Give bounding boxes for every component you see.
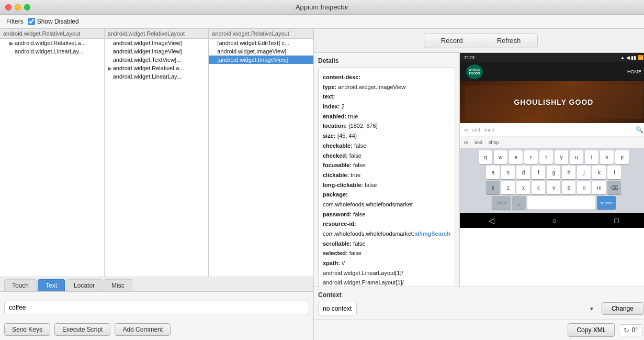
wf-search-input: or and shop <box>464 127 634 133</box>
key-l[interactable]: l <box>607 166 621 179</box>
tree-item[interactable]: android.widget.TextView]... <box>105 56 209 64</box>
nav-recent-icon[interactable]: □ <box>614 216 618 225</box>
keyboard-row-1: q w e r t y u i o p <box>461 150 644 164</box>
phone-screen: 7123 ▲ ◀ ▮▮ 📶 WHOLEFOODS HOME <box>460 53 644 287</box>
left-panel: android.widget.RelativeLayout ▶ android.… <box>0 29 314 340</box>
tree-item[interactable]: android.widget.LinearLay... <box>105 72 209 81</box>
tab-locator[interactable]: Locator <box>66 279 103 291</box>
record-button[interactable]: Record <box>424 33 480 48</box>
key-k[interactable]: k <box>592 166 606 179</box>
tree-item[interactable]: ▶ android.widget.RelativeLa... <box>105 64 209 72</box>
key-m[interactable]: m <box>592 181 606 194</box>
key-y[interactable]: y <box>555 150 568 164</box>
key-j[interactable]: j <box>577 166 591 179</box>
tree-item[interactable]: [android.widget.EditText] c... <box>209 39 313 47</box>
wf-hero: GHOULISHLY GOOD <box>460 81 644 123</box>
key-b[interactable]: b <box>562 181 575 194</box>
phone-preview: 7123 ▲ ◀ ▮▮ 📶 WHOLEFOODS HOME <box>459 53 644 287</box>
keyboard-area: q w e r t y u i o p <box>460 148 644 213</box>
window-title: Appium Inspector <box>296 3 348 11</box>
key-search[interactable]: search <box>597 196 616 210</box>
context-select[interactable]: no context <box>318 302 357 315</box>
tree-item[interactable]: android.widget.ImageView] <box>209 47 313 56</box>
show-disabled-checkbox[interactable] <box>28 18 35 25</box>
key-shift[interactable]: ⇧ <box>486 181 500 194</box>
nav-back-icon[interactable]: ◁ <box>489 216 494 225</box>
text-input[interactable] <box>4 301 309 314</box>
wf-search-icon: 🔍 <box>636 126 643 134</box>
key-z[interactable]: z <box>501 181 515 194</box>
tree-col-header-2: android.widget.RelativeLayout <box>105 29 209 39</box>
rotate-icon[interactable]: ↻ <box>624 326 629 334</box>
tree-item-selected[interactable]: [android.widget.ImageView] <box>209 56 313 64</box>
key-v[interactable]: v <box>547 181 560 194</box>
top-right-actions: Record Refresh <box>314 29 644 53</box>
tab-bar: Touch Text Locator Misc <box>0 277 313 292</box>
tree-item[interactable]: android.widget.LinearLay... <box>0 47 104 56</box>
filters-bar: Filters Show Disabled <box>0 15 644 29</box>
key-h[interactable]: h <box>562 166 575 179</box>
key-space[interactable] <box>527 196 595 210</box>
tree-column-3: android.widget.RelativeLayout [android.w… <box>209 29 313 277</box>
key-c[interactable]: c <box>532 181 545 194</box>
details-pane: Details content-desc: type: android.widg… <box>314 53 459 287</box>
key-x[interactable]: x <box>516 181 530 194</box>
main-container: Filters Show Disabled android.widget.Rel… <box>0 15 644 340</box>
wf-header: WHOLEFOODS HOME <box>460 62 644 81</box>
traffic-lights <box>5 4 30 10</box>
tab-touch[interactable]: Touch <box>4 279 37 291</box>
show-disabled-label: Show Disabled <box>37 18 79 25</box>
key-o[interactable]: o <box>600 150 614 164</box>
key-w[interactable]: w <box>494 150 507 164</box>
wf-logo: WHOLEFOODS <box>466 64 483 79</box>
details-box: content-desc: type: android.widget.Image… <box>318 68 455 287</box>
key-g[interactable]: g <box>547 166 560 179</box>
copy-xml-button[interactable]: Copy XML <box>568 323 615 337</box>
phone-status-bar: 7123 ▲ ◀ ▮▮ 📶 <box>460 53 644 62</box>
key-comma[interactable]: , <box>512 196 526 210</box>
key-f[interactable]: f <box>532 166 545 179</box>
minimize-button[interactable] <box>15 4 21 10</box>
add-comment-button[interactable]: Add Comment <box>115 323 171 336</box>
tree-col-header-1: android.widget.RelativeLayout <box>0 29 104 39</box>
key-i[interactable]: i <box>585 150 598 164</box>
context-row: no context Change <box>318 302 643 315</box>
show-disabled-wrapper: Show Disabled <box>28 18 79 25</box>
tree-item[interactable]: android.widget.ImageView] <box>105 39 209 47</box>
key-u[interactable]: u <box>570 150 583 164</box>
key-s[interactable]: s <box>501 166 515 179</box>
tab-text[interactable]: Text <box>38 279 65 291</box>
execute-script-button[interactable]: Execute Script <box>54 323 110 336</box>
key-t[interactable]: t <box>539 150 553 164</box>
tree-item[interactable]: android.widget.ImageView] <box>105 47 209 56</box>
keyboard-row-2: a s d f g h j k l <box>461 166 644 179</box>
context-select-wrapper: no context <box>318 302 598 315</box>
rotate-widget: ↻ 0° <box>619 324 642 336</box>
change-button[interactable]: Change <box>602 302 643 315</box>
tree-column-1: android.widget.RelativeLayout ▶ android.… <box>0 29 105 277</box>
close-button[interactable] <box>5 4 12 10</box>
key-e[interactable]: e <box>509 150 523 164</box>
right-panel: Record Refresh Details content-desc: typ… <box>314 29 644 340</box>
nav-home-icon[interactable]: ○ <box>552 216 556 225</box>
input-area <box>0 292 313 323</box>
key-backspace[interactable]: ⌫ <box>607 181 621 194</box>
key-a[interactable]: a <box>486 166 500 179</box>
key-p[interactable]: p <box>615 150 629 164</box>
key-r[interactable]: r <box>524 150 538 164</box>
tab-misc[interactable]: Misc <box>104 279 132 291</box>
bottom-toolbar: Copy XML ↻ 0° <box>314 320 644 340</box>
send-keys-button[interactable]: Send Keys <box>4 323 50 336</box>
action-buttons: Send Keys Execute Script Add Comment <box>0 323 313 340</box>
tree-item[interactable]: ▶ android.widget.RelativeLa... <box>0 39 104 47</box>
key-n[interactable]: n <box>577 181 591 194</box>
key-q[interactable]: q <box>479 150 492 164</box>
key-numbers[interactable]: 7123 <box>492 196 511 210</box>
filters-label: Filters <box>6 18 24 25</box>
content-area: android.widget.RelativeLayout ▶ android.… <box>0 29 644 340</box>
key-d[interactable]: d <box>516 166 530 179</box>
maximize-button[interactable] <box>24 4 30 10</box>
status-right: ▲ ◀ ▮▮ 📶 <box>620 55 643 60</box>
refresh-button[interactable]: Refresh <box>480 33 538 48</box>
wf-hero-text: GHOULISHLY GOOD <box>514 98 593 106</box>
